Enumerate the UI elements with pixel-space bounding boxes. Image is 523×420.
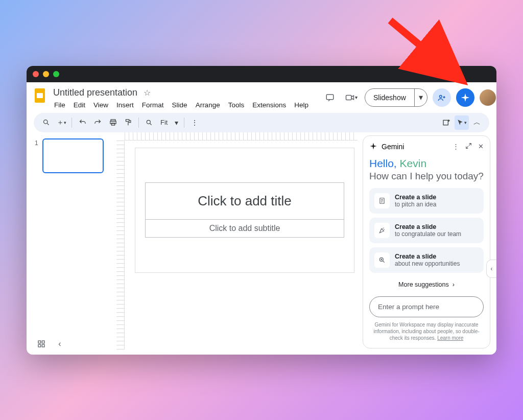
menu-extensions[interactable]: Extensions [249,100,289,110]
side-panel-tab[interactable]: ‹ [486,260,496,278]
ruler-vertical [116,141,125,349]
menu-view[interactable]: View [90,100,111,110]
title-placeholder[interactable]: Click to add title [145,182,344,220]
svg-rect-14 [38,341,41,343]
ruler-horizontal [125,132,358,141]
gemini-title: Gemini [382,143,404,151]
prompt-input[interactable]: Enter a prompt here [369,296,484,317]
learn-more-link[interactable]: Learn more [437,335,463,341]
menu-tools[interactable]: Tools [225,100,248,110]
share-button[interactable] [433,88,451,107]
subtitle-placeholder[interactable]: Click to add subtitle [145,220,344,238]
redo-icon[interactable] [90,115,105,130]
window-minimize-icon[interactable] [43,71,49,77]
zoom-level[interactable]: Fit [157,119,171,126]
toolbar: ＋▾ Fit ▾ ⋮ ▾ ︿ [34,113,489,132]
collapse-toolbar-icon[interactable]: ︿ [470,115,484,130]
slide-thumbnails: 1 [27,132,113,355]
more-suggestions-button[interactable]: More suggestions › [369,277,484,292]
slide-canvas[interactable]: Click to add title Click to add subtitle [135,148,354,273]
app-window: Untitled presentation ☆ File Edit View I… [27,66,496,355]
gemini-subhead: How can I help you today? [369,171,484,182]
slideshow-dropdown-icon[interactable]: ▾ [414,89,427,106]
svg-rect-3 [346,95,351,100]
suggestion-congrats[interactable]: Create a slideto congratulate our team [369,218,484,243]
slides-logo-icon[interactable] [34,86,46,105]
svg-point-10 [147,120,150,124]
svg-rect-2 [326,95,334,100]
panel-expand-icon[interactable] [465,143,472,151]
menu-format[interactable]: Format [139,100,167,110]
search-plus-icon [374,252,390,268]
menu-slide[interactable]: Slide [169,100,191,110]
menu-help[interactable]: Help [291,100,312,110]
svg-line-19 [390,20,451,72]
svg-rect-15 [42,341,44,343]
workspace: 1 Click to add title Click to add subtit… [27,132,496,355]
bottom-bar: ‹ [36,338,65,349]
gemini-disclaimer: Gemini for Workspace may display inaccur… [369,321,484,341]
slideshow-label[interactable]: Slideshow [365,89,414,106]
search-icon[interactable] [39,115,53,130]
suggestion-opportunities[interactable]: Create a slideabout new opportunities [369,247,484,273]
window-titlebar [27,66,496,82]
zoom-out-icon[interactable] [142,115,156,130]
user-avatar[interactable] [480,89,496,106]
gemini-spark-icon [369,142,377,152]
menu-insert[interactable]: Insert [113,100,137,110]
collapse-filmstrip-icon[interactable]: ‹ [54,338,65,349]
thumbnail-row[interactable]: 1 [35,138,109,173]
celebrate-icon [374,223,390,238]
grid-view-icon[interactable] [36,338,47,349]
svg-rect-9 [126,120,129,122]
svg-point-5 [43,120,47,124]
comments-icon[interactable] [322,89,338,106]
paint-format-icon[interactable] [121,115,135,130]
svg-rect-11 [443,120,448,125]
more-icon[interactable]: ⋮ [187,115,202,130]
svg-rect-1 [37,93,43,98]
menubar: File Edit View Insert Format Slide Arran… [51,100,312,110]
slideshow-button[interactable]: Slideshow ▾ [365,88,427,107]
zoom-dropdown-icon[interactable]: ▾ [172,115,181,130]
insert-image-icon[interactable] [439,115,454,130]
window-close-icon[interactable] [33,71,39,77]
undo-icon[interactable] [75,115,89,130]
suggestion-pitch[interactable]: Create a slideto pitch an idea [369,188,484,214]
new-slide-icon[interactable]: ＋▾ [54,115,68,130]
window-zoom-icon[interactable] [53,71,59,77]
svg-point-4 [439,95,442,98]
app-header: Untitled presentation ☆ File Edit View I… [27,82,496,110]
gemini-greeting: Hello, Kevin [369,157,484,170]
svg-rect-17 [42,344,44,347]
star-icon[interactable]: ☆ [144,88,151,98]
video-call-icon[interactable]: ▾ [343,89,360,106]
document-title[interactable]: Untitled presentation [51,86,139,99]
cursor-tool-icon[interactable]: ▾ [455,115,469,130]
print-icon[interactable] [106,115,120,130]
gemini-panel: Gemini ⋮ ✕ Hello, Kevin How can I help y… [363,135,490,348]
menu-file[interactable]: File [51,100,68,110]
title-block: Untitled presentation ☆ File Edit View I… [51,86,312,110]
svg-rect-16 [38,344,41,347]
header-right: ▾ Slideshow ▾ [322,86,496,107]
gemini-button[interactable] [456,88,474,107]
thumb-number: 1 [35,138,38,173]
slide-thumbnail[interactable] [42,138,104,173]
panel-close-icon[interactable]: ✕ [478,143,484,151]
panel-menu-icon[interactable]: ⋮ [453,143,459,151]
menu-arrange[interactable]: Arrange [193,100,223,110]
menu-edit[interactable]: Edit [70,100,88,110]
canvas-area: Click to add title Click to add subtitle [113,132,363,355]
doc-icon [374,193,390,208]
